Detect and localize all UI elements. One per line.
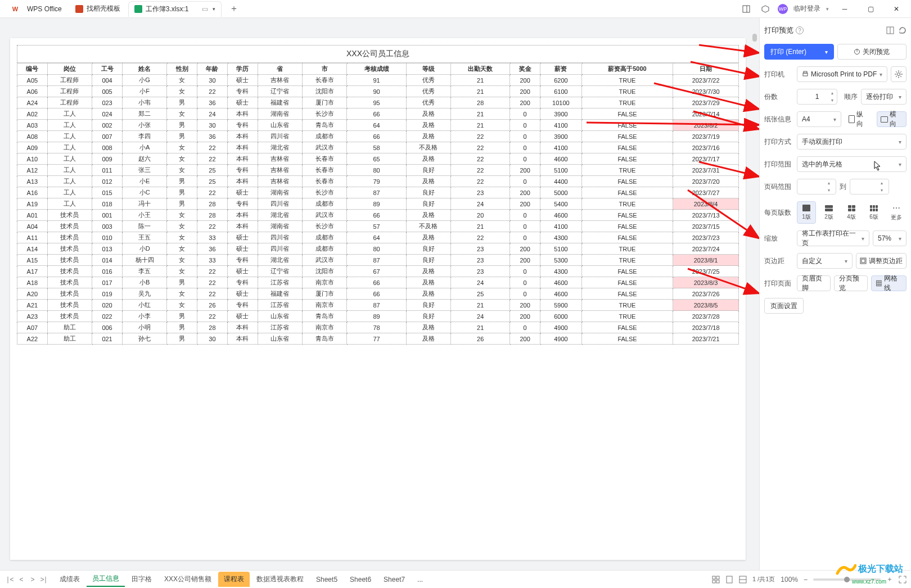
adjust-margin-button[interactable]: 调整页边距	[856, 253, 907, 269]
table-cell: 长沙市	[303, 108, 347, 120]
sheet-tab[interactable]: Sheet6	[344, 572, 377, 587]
sheet-tab[interactable]: 成绩表	[54, 572, 85, 587]
printer-settings-button[interactable]	[891, 66, 907, 82]
zoom-value[interactable]: 100%	[781, 576, 798, 584]
sheet-tab[interactable]: 员工信息	[87, 572, 125, 587]
table-cell: 018	[92, 198, 123, 210]
portrait-button[interactable]: 纵向	[845, 111, 873, 127]
table-cell: 女	[167, 75, 197, 86]
sheet-tab[interactable]: Sheet7	[378, 572, 411, 587]
sheet-tab[interactable]: 田字格	[126, 572, 157, 587]
login-label[interactable]: 临时登录	[793, 4, 820, 13]
zoom-fit-select[interactable]: 将工作表打印在一页▾	[797, 230, 869, 246]
tab-menu-icon[interactable]: ▾	[213, 6, 215, 12]
sheet-nav-last[interactable]: >∣	[38, 574, 49, 585]
maximize-button[interactable]: ▢	[860, 1, 881, 17]
table-cell: 优秀	[406, 97, 450, 108]
table-cell: 小李	[122, 311, 166, 322]
zoom-percent-select[interactable]: 57%▾	[873, 230, 907, 246]
gridlines-button[interactable]: 网格线	[871, 275, 907, 291]
panel-toggle-icon[interactable]	[739, 2, 753, 16]
table-cell: 4300	[540, 232, 581, 243]
power-icon	[854, 48, 860, 55]
table-cell: 技术员	[47, 210, 92, 221]
layout-4-button[interactable]: 4版	[842, 201, 861, 224]
avatar-icon[interactable]: WP	[778, 4, 788, 14]
table-cell: 22	[451, 142, 510, 153]
page-break-button[interactable]: 分页预览	[834, 275, 868, 291]
sheet-nav-next[interactable]: >	[27, 574, 38, 585]
add-tab-button[interactable]: ＋	[227, 2, 241, 16]
table-cell: 工人	[47, 131, 92, 142]
table-header: 薪资	[540, 64, 581, 75]
app-home-tab[interactable]: W WPS Office	[4, 1, 67, 17]
sheet-tab[interactable]: 数据透视表教程	[251, 572, 309, 587]
table-cell: 技术员	[47, 300, 92, 311]
page-setup-button[interactable]: 页面设置	[764, 298, 804, 314]
tab-split-icon[interactable]: ▭	[202, 5, 208, 13]
spinner-icon[interactable]: ▴▾	[829, 91, 836, 103]
sheet-nav-prev[interactable]: <	[16, 574, 27, 585]
print-range-select[interactable]: 选中的单元格▾	[797, 156, 907, 172]
paper-size-select[interactable]: A4▾	[797, 111, 841, 127]
table-cell: 30	[197, 333, 228, 345]
table-cell: 本科	[227, 210, 258, 221]
table-cell: FALSE	[581, 333, 673, 345]
close-button[interactable]: ✕	[886, 1, 907, 17]
layout-more-button[interactable]: ⋯ 更多	[887, 201, 906, 224]
sheet-tab[interactable]: ...	[412, 572, 429, 587]
table-cell: 21	[451, 75, 510, 86]
table-cell: A21	[17, 300, 48, 311]
print-button[interactable]: 打印 (Enter) ▾	[764, 44, 834, 60]
refresh-icon[interactable]	[899, 26, 907, 34]
sheet-nav-first[interactable]: ∣<	[4, 574, 16, 585]
table-cell: 0	[510, 142, 540, 153]
order-select[interactable]: 逐份打印▾	[861, 89, 907, 105]
help-icon[interactable]: ?	[796, 26, 804, 34]
layout-6-button[interactable]: 6版	[864, 201, 883, 224]
login-caret-icon[interactable]: ▾	[826, 6, 829, 12]
page-from-input[interactable]: ▴▾	[797, 179, 836, 195]
table-header: 工号	[92, 64, 123, 75]
minimize-button[interactable]: ─	[835, 1, 855, 17]
file-tab[interactable]: 工作簿3.xlsx:1 ▭ ▾	[128, 1, 222, 17]
table-cell: 吉林省	[258, 75, 302, 86]
table-cell: 王五	[122, 232, 166, 243]
table-cell: FALSE	[581, 187, 673, 198]
svg-line-24	[900, 76, 901, 77]
printer-select[interactable]: Microsoft Print to PDF ▾	[797, 66, 887, 82]
table-cell: FALSE	[581, 108, 673, 120]
table-cell: 长春市	[303, 165, 347, 176]
close-preview-button[interactable]: 关闭预览	[837, 44, 907, 60]
template-tab[interactable]: 找稻壳模板	[70, 1, 126, 17]
table-cell: 湖南省	[258, 187, 302, 198]
scrollbar-thumb[interactable]	[752, 34, 757, 42]
table-cell: 2023/7/31	[673, 165, 739, 176]
layout-1-button[interactable]: 1版	[797, 201, 816, 224]
landscape-button[interactable]: 横向	[877, 111, 907, 127]
table-cell: 0	[510, 120, 540, 131]
print-mode-select[interactable]: 手动双面打印▾	[797, 134, 907, 150]
header-footer-button[interactable]: 页眉页脚	[797, 275, 831, 291]
per-page-label: 每页版数	[764, 208, 793, 218]
cube-icon[interactable]	[759, 2, 772, 16]
view-grid-icon[interactable]	[712, 576, 720, 584]
sheet-tab[interactable]: Sheet5	[310, 572, 343, 587]
layout-icon[interactable]	[886, 26, 894, 34]
table-cell: 福建省	[258, 288, 302, 300]
view-page-icon[interactable]	[725, 576, 733, 584]
sheet-tab[interactable]: 课程表	[218, 572, 250, 587]
view-split-icon[interactable]	[739, 576, 747, 584]
zoom-out-button[interactable]: −	[804, 576, 808, 584]
table-cell: 89	[347, 198, 406, 210]
page-to-input[interactable]: ▴▾	[850, 179, 889, 195]
sheet-tab[interactable]: XXX公司销售额	[159, 572, 217, 587]
table-cell: 辽宁省	[258, 266, 302, 277]
copies-input[interactable]: 1 ▴▾	[797, 89, 837, 105]
table-cell: 山东省	[258, 311, 302, 322]
table-cell: 硕士	[227, 97, 258, 108]
margin-select[interactable]: 自定义▾	[797, 253, 853, 269]
zoom-value: 将工作表打印在一页	[802, 229, 862, 248]
table-cell: 2023/7/18	[673, 322, 739, 333]
layout-2-button[interactable]: 2版	[819, 201, 838, 224]
